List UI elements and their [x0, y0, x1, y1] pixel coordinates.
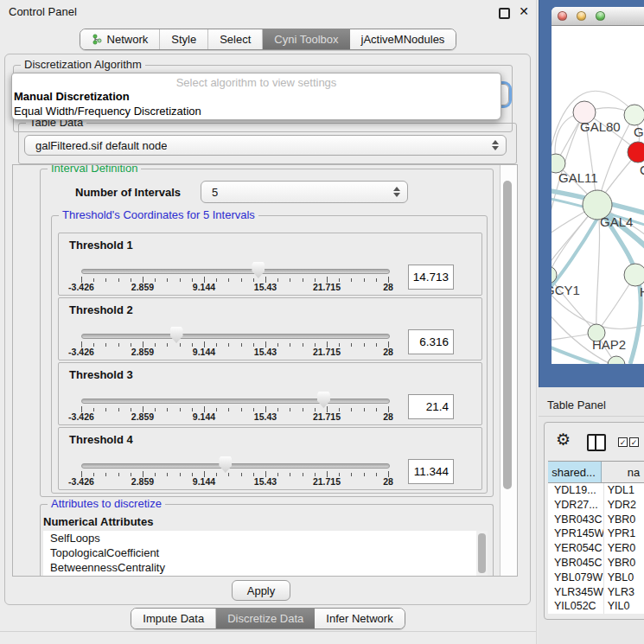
threshold-value-field[interactable]: 14.713: [408, 265, 454, 290]
threshold-panel: Threshold 2 -3.4262.8599.14415.4321.7152…: [58, 297, 482, 360]
tab-impute-data[interactable]: Impute Data: [131, 609, 216, 628]
network-canvas[interactable]: GAL80GCGAL11GAL4GCY1HHAP2: [552, 26, 644, 364]
slider-scale-labels: -3.4262.8599.14415.4321.71528: [81, 282, 388, 292]
scrollbar-thumb[interactable]: [503, 181, 512, 489]
cell-shared-name: YIL052C: [548, 599, 604, 614]
top-tabgroup: NetworkStyleSelectCyni ToolboxjActiveMNo…: [80, 29, 457, 50]
gear-icon[interactable]: ⚙: [556, 430, 571, 450]
table-row[interactable]: YPR145WYPR1: [548, 526, 644, 541]
tab-style[interactable]: Style: [160, 29, 208, 49]
numerical-attributes-label: Numerical Attributes: [43, 515, 153, 528]
cell-name: YER0: [604, 541, 644, 556]
attr-items: SelfLoopsTopologicalCoefficientBetweenne…: [43, 531, 488, 575]
table-row[interactable]: YDL19...YDL1: [548, 483, 644, 498]
close-traffic-light[interactable]: [558, 11, 567, 21]
tab-jactivemnodules[interactable]: jActiveMNodules: [350, 29, 456, 49]
close-icon[interactable]: ✕: [519, 4, 529, 18]
tab-infer-network[interactable]: Infer Network: [315, 609, 404, 628]
list-item-topologicalcoefficient[interactable]: TopologicalCoefficient: [43, 545, 488, 560]
scrollbar-thumb[interactable]: [478, 533, 486, 573]
tab-label: Impute Data: [143, 612, 204, 625]
table-panel-titlebar: Table Panel: [539, 387, 644, 416]
numerical-attributes-list[interactable]: SelfLoopsTopologicalCoefficientBetweenne…: [43, 531, 488, 577]
node-label-g: G: [634, 124, 644, 139]
threshold-label: Threshold 3: [69, 368, 133, 381]
table-panel-title: Table Panel: [547, 399, 606, 411]
network-node-h[interactable]: [624, 264, 644, 286]
threshold-value-field[interactable]: 11.344: [408, 459, 454, 484]
table-data-combobox[interactable]: galFiltered.sif default node: [24, 135, 507, 156]
cell-name: YDL1: [604, 483, 644, 498]
table-row[interactable]: YLR345WYLR3: [548, 585, 644, 600]
table-row[interactable]: YBR045CYBR0: [548, 556, 644, 571]
node-label-gcy1: GCY1: [552, 283, 580, 297]
cell-name: YIL0: [604, 599, 644, 614]
threshold-value-field[interactable]: 21.4: [408, 394, 454, 419]
table-row[interactable]: YBR043CYBR0: [548, 513, 644, 527]
slider-scale-labels: -3.4262.8599.14415.4321.71528: [81, 411, 388, 422]
list-item-selfloops[interactable]: SelfLoops: [43, 531, 488, 545]
divider: [0, 631, 536, 632]
tab-label: Discretize Data: [227, 612, 303, 625]
scale-label: 9.144: [193, 282, 215, 292]
attributes-list-scrollbar[interactable]: [476, 531, 488, 577]
table-row[interactable]: YBL079WYBL0: [548, 571, 644, 585]
network-window-frame: GAL80GCGAL11GAL4GCY1HHAP2: [539, 0, 644, 387]
network-node-g[interactable]: [624, 105, 644, 125]
threshold-panel: Threshold 3 -3.4262.8599.14415.4321.7152…: [58, 362, 482, 425]
control-panel-titlebar: Control Panel ✕: [0, 0, 536, 24]
scale-label: 15.43: [254, 476, 277, 487]
cell-shared-name: YLR345W: [548, 585, 604, 600]
threshold-label: Threshold 1: [69, 239, 133, 252]
scale-label: 15.43: [254, 282, 277, 292]
tab-select[interactable]: Select: [208, 29, 263, 49]
scale-label: 2.859: [131, 476, 154, 487]
float-window-icon[interactable]: [499, 8, 510, 19]
node-table: shared... na YDL19...YDL1YDR27...YDR2YBR…: [548, 461, 644, 614]
column-header-name[interactable]: na: [602, 462, 644, 482]
cell-shared-name: YER054C: [548, 541, 604, 556]
columns-icon[interactable]: [587, 434, 606, 451]
algorithm-options: Manual DiscretizationEqual Width/Frequen…: [12, 89, 501, 118]
threshold-slider-track[interactable]: [81, 463, 390, 469]
scale-label: 28: [383, 476, 393, 487]
attributes-group: Attributes to discretize Numerical Attri…: [40, 504, 494, 577]
network-node-c[interactable]: [628, 142, 644, 163]
minimize-traffic-light[interactable]: [577, 11, 586, 21]
control-panel: Control Panel ✕ NetworkStyleSelectCyni T…: [0, 0, 537, 644]
algorithm-option-equal-width-frequency-discretization[interactable]: Equal Width/Frequency Discretization: [12, 104, 501, 118]
scale-label: 9.144: [193, 411, 215, 422]
scale-label: 15.43: [254, 411, 277, 422]
cell-shared-name: YBL079W: [548, 571, 604, 585]
slider-scale-labels: -3.4262.8599.14415.4321.71528: [81, 476, 388, 487]
list-item-betweennesscentrality[interactable]: BetweennessCentrality: [43, 560, 488, 575]
table-row[interactable]: YDR27...YDR2: [548, 498, 644, 513]
apply-button[interactable]: Apply: [232, 580, 290, 601]
tab-cyni-toolbox[interactable]: Cyni Toolbox: [263, 29, 349, 49]
interval-definition-title: Interval Definition: [48, 164, 141, 175]
scale-label: 15.43: [254, 347, 277, 357]
column-header-shared-name[interactable]: shared...: [548, 462, 602, 482]
cell-name: YBR0: [604, 513, 644, 527]
select-shown-checkbox-icon[interactable]: ✓: [629, 437, 639, 447]
threshold-slider-track[interactable]: [81, 399, 390, 404]
apply-button-label: Apply: [247, 584, 276, 597]
network-edge[interactable]: [596, 205, 600, 333]
threshold-value-field[interactable]: 6.316: [408, 329, 454, 354]
select-all-checkbox-icon[interactable]: ✓: [618, 437, 628, 447]
network-node[interactable]: [608, 356, 625, 364]
table-row[interactable]: YIL052CYIL0: [548, 599, 644, 614]
threshold-slider-track[interactable]: [81, 269, 390, 274]
main-vertical-scrollbar[interactable]: [500, 165, 518, 576]
zoom-traffic-light[interactable]: [596, 11, 605, 21]
bottom-tabbar: Impute DataDiscretize DataInfer Network: [0, 608, 536, 629]
interval-definition-group: Interval Definition Number of Intervals …: [40, 169, 494, 497]
algorithm-option-manual-discretization[interactable]: Manual Discretization: [12, 89, 501, 104]
top-tabbar: NetworkStyleSelectCyni ToolboxjActiveMNo…: [0, 29, 536, 50]
tab-discretize-data[interactable]: Discretize Data: [216, 609, 315, 628]
table-row[interactable]: YER054CYER0: [548, 541, 644, 556]
tab-network[interactable]: Network: [80, 29, 161, 49]
scale-label: 2.859: [131, 411, 154, 422]
threshold-slider-track[interactable]: [81, 334, 390, 339]
num-intervals-combobox[interactable]: 5: [201, 181, 408, 203]
